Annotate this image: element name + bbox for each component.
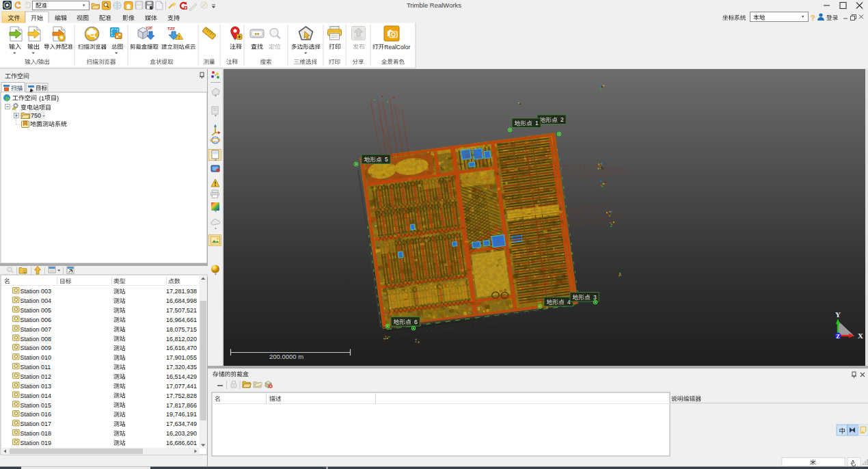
svg-text:Y2F: Y2F — [146, 26, 153, 30]
svg-text:Y: Y — [835, 310, 841, 319]
svg-text:(1: (1 — [38, 95, 45, 102]
svg-text:6: 6 — [414, 319, 418, 325]
svg-text:TZF: TZF — [167, 27, 175, 31]
svg-text:16,686,601: 16,686,601 — [166, 440, 197, 446]
svg-text:19,746,191: 19,746,191 — [166, 411, 197, 418]
svg-text:16,514,429: 16,514,429 — [166, 373, 197, 380]
svg-text:Station 011: Station 011 — [21, 364, 51, 371]
svg-text:17,752,828: 17,752,828 — [166, 392, 197, 399]
svg-text:Station 008: Station 008 — [21, 336, 52, 343]
svg-text:Station 019: Station 019 — [21, 440, 52, 446]
svg-text:Trimble RealWorks: Trimble RealWorks — [407, 1, 461, 9]
svg-text:17,507,521: 17,507,521 — [166, 307, 197, 314]
svg-text:Station 018: Station 018 — [21, 430, 52, 437]
svg-text:2: 2 — [560, 116, 564, 123]
svg-text:X: X — [858, 332, 863, 340]
svg-text:Station 015: Station 015 — [21, 402, 52, 409]
svg-text:Station 013: Station 013 — [21, 383, 52, 390]
svg-text:Station 010: Station 010 — [21, 354, 52, 361]
svg-text:Station 009: Station 009 — [21, 345, 52, 351]
svg-text:17,077,441: 17,077,441 — [166, 383, 197, 390]
svg-text:200.0000 m: 200.0000 m — [269, 353, 303, 360]
svg-text:Station 006: Station 006 — [21, 317, 52, 323]
svg-text:16,964,661: 16,964,661 — [166, 317, 197, 323]
svg-text:17,901,055: 17,901,055 — [166, 354, 197, 361]
svg-text:Station 003: Station 003 — [21, 288, 52, 295]
svg-text:Station 007: Station 007 — [21, 326, 52, 333]
svg-text:Station 014: Station 014 — [21, 392, 52, 399]
svg-text:17,634,749: 17,634,749 — [166, 420, 197, 427]
svg-text:**: ** — [254, 31, 260, 38]
svg-text:Station 012: Station 012 — [21, 373, 52, 380]
svg-text:17,320,435: 17,320,435 — [166, 364, 197, 371]
svg-text:?: ? — [811, 14, 815, 22]
svg-text:16,684,998: 16,684,998 — [166, 297, 197, 304]
svg-text:17,281,938: 17,281,938 — [166, 288, 197, 295]
svg-text:!: ! — [178, 35, 180, 40]
svg-text:RealColor: RealColor — [384, 44, 410, 51]
svg-text:Station 016: Station 016 — [21, 411, 52, 418]
svg-text:750 -: 750 - — [31, 112, 45, 119]
svg-text:3: 3 — [593, 294, 597, 301]
svg-text:5: 5 — [385, 156, 388, 163]
svg-text:16,203,290: 16,203,290 — [166, 430, 197, 437]
svg-text:Station 017: Station 017 — [21, 420, 52, 427]
svg-text:Station 005: Station 005 — [21, 307, 52, 314]
svg-text:Z: Z — [836, 333, 840, 340]
svg-text:): ) — [57, 95, 59, 102]
svg-text:16,616,470: 16,616,470 — [166, 345, 197, 351]
svg-text:18,075,715: 18,075,715 — [166, 326, 197, 333]
svg-text:17,817,866: 17,817,866 — [166, 402, 197, 409]
svg-text:Station 004: Station 004 — [21, 297, 52, 304]
svg-text:1: 1 — [535, 120, 539, 126]
svg-text:16,812,020: 16,812,020 — [166, 336, 197, 343]
